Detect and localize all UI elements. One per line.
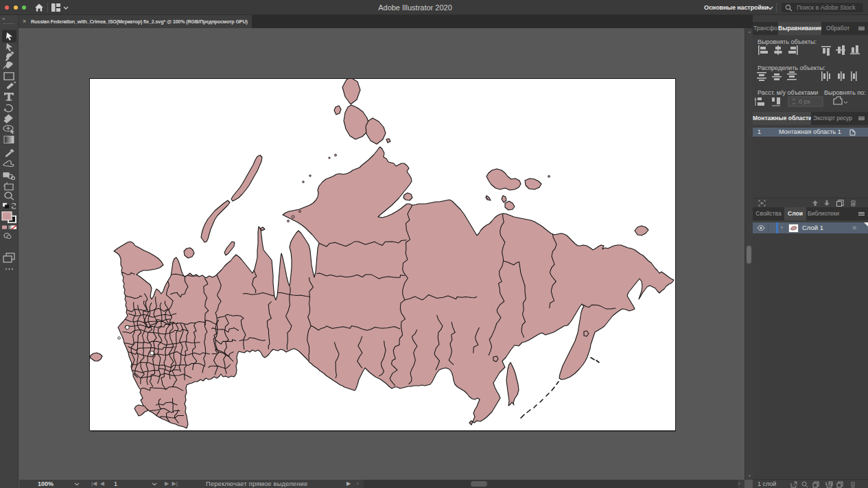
svg-text:0 px: 0 px [799,98,811,105]
